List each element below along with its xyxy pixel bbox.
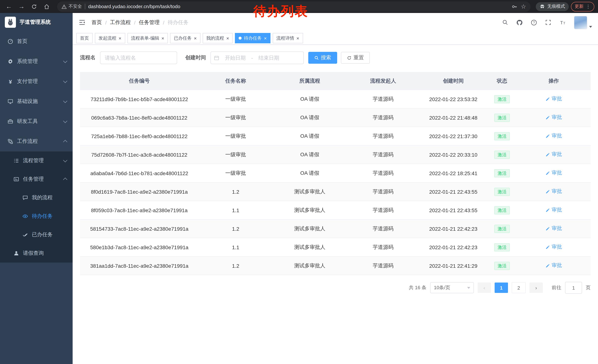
approve-link[interactable]: 审批 bbox=[545, 188, 562, 195]
cell-task-name: 一级审批 bbox=[199, 96, 273, 102]
yen-icon: ¥ bbox=[8, 78, 13, 85]
sidebar-item-leave-query[interactable]: 请假查询 bbox=[0, 244, 73, 263]
close-icon[interactable]: × bbox=[194, 36, 197, 40]
app-logo-row[interactable]: 芋道管理系统 bbox=[0, 13, 73, 32]
approve-link[interactable]: 审批 bbox=[545, 207, 562, 213]
approve-link[interactable]: 审批 bbox=[545, 170, 562, 177]
cell-created: 2022-01-22 23:53:32 bbox=[419, 96, 487, 102]
cell-status: 激活 bbox=[487, 262, 517, 270]
prev-page-button[interactable]: ‹ bbox=[478, 283, 491, 293]
breadcrumb-separator: / bbox=[134, 19, 136, 25]
tab-start-process[interactable]: 发起流程× bbox=[95, 33, 125, 43]
edit-icon bbox=[545, 208, 550, 212]
update-button[interactable]: 更新 ⋮ bbox=[571, 2, 594, 11]
font-size-icon[interactable]: TT bbox=[559, 19, 566, 26]
security-label[interactable]: 不安全 bbox=[61, 3, 82, 10]
cell-task-name: 一级审批 bbox=[199, 151, 273, 158]
sidebar-item-label: 请假查询 bbox=[23, 250, 67, 257]
sidebar-item-process-mgmt[interactable]: 流程管理 bbox=[0, 152, 73, 170]
approve-link[interactable]: 审批 bbox=[545, 262, 562, 269]
close-icon[interactable]: × bbox=[161, 36, 164, 40]
sidebar-item-my-process[interactable]: 我的流程 bbox=[0, 188, 73, 207]
search-button[interactable]: 搜索 bbox=[308, 52, 337, 64]
sidebar-item-dev-tools[interactable]: 研发工具 bbox=[0, 112, 73, 131]
breadcrumb-workflow[interactable]: 工作流程 bbox=[110, 19, 131, 26]
more-vert-icon[interactable]: ⋮ bbox=[586, 4, 590, 9]
sidebar-item-done-task[interactable]: 已办任务 bbox=[0, 226, 73, 244]
tab-my-process[interactable]: 我的流程× bbox=[203, 33, 233, 43]
refresh-icon bbox=[347, 55, 352, 60]
start-date-input[interactable] bbox=[221, 54, 250, 61]
close-icon[interactable]: × bbox=[226, 36, 229, 40]
sidebar-item-label: 工作流程 bbox=[17, 138, 60, 145]
approve-link[interactable]: 审批 bbox=[545, 133, 562, 139]
cell-task-name: 1.1 bbox=[199, 244, 273, 250]
close-icon[interactable]: × bbox=[264, 36, 267, 40]
sidebar-item-workflow[interactable]: 工作流程 bbox=[0, 131, 73, 152]
avatar[interactable] bbox=[574, 16, 587, 29]
tab-process-form-edit[interactable]: 流程表单-编辑× bbox=[127, 33, 168, 43]
home-icon[interactable] bbox=[42, 1, 52, 12]
cell-initiator: 芋道源码 bbox=[347, 207, 419, 213]
page-size-select[interactable]: 10条/页 bbox=[430, 282, 474, 293]
reload-icon[interactable] bbox=[29, 1, 39, 12]
cell-process: OA 请假 bbox=[273, 170, 347, 177]
back-icon[interactable]: ← bbox=[4, 1, 14, 12]
date-range-picker[interactable]: - bbox=[210, 51, 304, 64]
goto-page-input[interactable] bbox=[565, 282, 582, 294]
breadcrumb-home[interactable]: 首页 bbox=[91, 19, 102, 26]
goto-suffix: 页 bbox=[586, 284, 590, 291]
sidebar-item-task-mgmt[interactable]: 任务管理 bbox=[0, 170, 73, 188]
url-text[interactable]: dashboard.yudao.iocoder.cn/bpm/task/todo bbox=[88, 4, 508, 9]
sidebar-item-label: 研发工具 bbox=[17, 118, 60, 125]
sidebar-item-todo-task[interactable]: 待办任务 bbox=[0, 207, 73, 226]
fullscreen-icon[interactable] bbox=[545, 19, 551, 25]
process-name-input[interactable] bbox=[100, 51, 177, 64]
edit-icon bbox=[545, 134, 550, 138]
tab-process-detail[interactable]: 流程详情× bbox=[273, 33, 303, 43]
approve-link[interactable]: 审批 bbox=[545, 96, 562, 102]
next-page-button[interactable]: › bbox=[530, 283, 543, 293]
range-separator: - bbox=[251, 55, 253, 61]
sidebar-collapse-icon[interactable] bbox=[79, 19, 86, 26]
search-icon[interactable] bbox=[502, 19, 508, 25]
task-table: 任务编号 任务名称 所属流程 流程发起人 创建时间 状态 操作 73211d9d… bbox=[80, 72, 590, 275]
cell-initiator: 芋道源码 bbox=[347, 262, 419, 269]
approve-link[interactable]: 审批 bbox=[545, 225, 562, 232]
close-icon[interactable]: × bbox=[296, 36, 299, 40]
cell-initiator: 芋道源码 bbox=[347, 114, 419, 121]
close-icon[interactable]: × bbox=[119, 36, 121, 40]
help-icon[interactable]: ? bbox=[531, 19, 537, 26]
github-icon[interactable] bbox=[516, 19, 523, 26]
page-button-2[interactable]: 2 bbox=[512, 282, 526, 293]
cell-process: 测试多审批人 bbox=[273, 262, 347, 269]
status-badge: 激活 bbox=[494, 169, 510, 177]
status-badge: 激活 bbox=[494, 187, 510, 196]
table-row: 75d72608-7b7f-11ec-a3c8-acde48001122 一级审… bbox=[80, 146, 590, 164]
table-row: 725a1eb6-7b88-11ec-8ef0-acde48001122 一级审… bbox=[80, 127, 590, 146]
reset-button[interactable]: 重置 bbox=[341, 52, 370, 64]
user-menu[interactable] bbox=[574, 16, 592, 29]
breadcrumb-task-mgmt[interactable]: 任务管理 bbox=[139, 19, 160, 26]
sidebar-item-home[interactable]: 首页 bbox=[0, 32, 73, 51]
sidebar-item-payment-mgmt[interactable]: ¥ 支付管理 bbox=[0, 72, 73, 91]
approve-link[interactable]: 审批 bbox=[545, 114, 562, 121]
page-button-1[interactable]: 1 bbox=[495, 283, 508, 293]
sidebar-item-infrastructure[interactable]: 基础设施 bbox=[0, 91, 73, 112]
approve-link[interactable]: 审批 bbox=[545, 244, 562, 251]
address-bar[interactable]: 不安全 dashboard.yudao.iocoder.cn/bpm/task/… bbox=[57, 1, 531, 12]
cell-task-name: 一级审批 bbox=[199, 114, 273, 121]
forward-icon[interactable]: → bbox=[16, 1, 27, 12]
cell-process: OA 请假 bbox=[273, 151, 347, 158]
end-date-input[interactable] bbox=[254, 54, 283, 61]
tab-home[interactable]: 首页 bbox=[76, 33, 93, 43]
bookmark-star-icon[interactable]: ☆ bbox=[521, 3, 526, 10]
edit-icon bbox=[545, 189, 550, 194]
tab-done-task[interactable]: 已办任务× bbox=[170, 33, 200, 43]
key-icon[interactable] bbox=[511, 4, 517, 9]
approve-link[interactable]: 审批 bbox=[545, 151, 562, 158]
col-process: 所属流程 bbox=[273, 78, 347, 84]
cell-status: 激活 bbox=[487, 132, 517, 140]
tab-todo-task[interactable]: 待办任务× bbox=[235, 33, 270, 43]
sidebar-item-system-mgmt[interactable]: 系统管理 bbox=[0, 51, 73, 72]
